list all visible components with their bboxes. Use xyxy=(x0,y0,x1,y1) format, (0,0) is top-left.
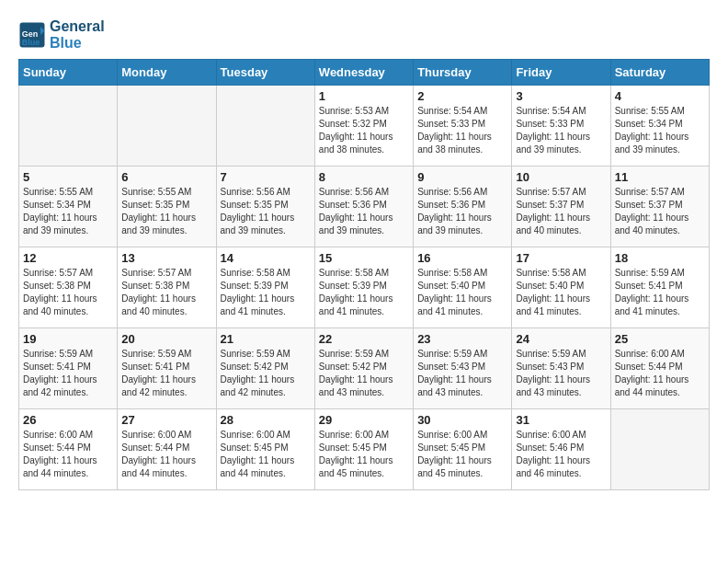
day-number: 17 xyxy=(516,251,606,265)
calendar-cell: 28Sunrise: 6:00 AMSunset: 5:45 PMDayligh… xyxy=(216,409,314,490)
day-number: 6 xyxy=(121,170,211,184)
sunrise-text: Sunrise: 6:00 AM xyxy=(516,429,606,442)
weekday-header-tuesday: Tuesday xyxy=(216,60,314,86)
sunset-text: Sunset: 5:45 PM xyxy=(319,442,409,454)
sunset-text: Sunset: 5:38 PM xyxy=(23,280,113,293)
day-info: Sunrise: 6:00 AMSunset: 5:46 PMDaylight:… xyxy=(516,429,606,480)
sunset-text: Sunset: 5:35 PM xyxy=(121,199,211,212)
day-info: Sunrise: 5:58 AMSunset: 5:39 PMDaylight:… xyxy=(221,267,311,318)
week-row-2: 12Sunrise: 5:57 AMSunset: 5:38 PMDayligh… xyxy=(19,247,710,328)
sunrise-text: Sunrise: 5:57 AM xyxy=(121,267,211,280)
day-number: 10 xyxy=(516,170,606,184)
daylight-text: Daylight: 11 hours and 46 minutes. xyxy=(516,454,606,480)
day-info: Sunrise: 5:53 AMSunset: 5:32 PMDaylight:… xyxy=(319,105,409,156)
day-info: Sunrise: 6:00 AMSunset: 5:44 PMDaylight:… xyxy=(615,348,705,399)
day-number: 18 xyxy=(615,251,705,265)
calendar-cell: 7Sunrise: 5:56 AMSunset: 5:35 PMDaylight… xyxy=(216,167,314,247)
week-row-3: 19Sunrise: 5:59 AMSunset: 5:41 PMDayligh… xyxy=(19,328,710,409)
daylight-text: Daylight: 11 hours and 40 minutes. xyxy=(23,293,113,318)
day-number: 9 xyxy=(417,170,507,184)
day-info: Sunrise: 5:55 AMSunset: 5:34 PMDaylight:… xyxy=(23,186,113,237)
day-number: 11 xyxy=(615,170,705,184)
calendar-cell: 2Sunrise: 5:54 AMSunset: 5:33 PMDaylight… xyxy=(414,86,512,167)
daylight-text: Daylight: 11 hours and 39 minutes. xyxy=(121,212,211,237)
calendar-cell: 31Sunrise: 6:00 AMSunset: 5:46 PMDayligh… xyxy=(512,409,610,490)
svg-text:Blue: Blue xyxy=(22,38,40,47)
day-number: 24 xyxy=(516,332,606,346)
sunset-text: Sunset: 5:41 PM xyxy=(23,361,113,373)
sunrise-text: Sunrise: 5:56 AM xyxy=(221,186,311,199)
calendar-cell: 18Sunrise: 5:59 AMSunset: 5:41 PMDayligh… xyxy=(610,247,709,328)
sunrise-text: Sunrise: 5:55 AM xyxy=(121,186,211,199)
calendar-cell: 5Sunrise: 5:55 AMSunset: 5:34 PMDaylight… xyxy=(19,167,118,247)
daylight-text: Daylight: 11 hours and 40 minutes. xyxy=(121,293,211,318)
daylight-text: Daylight: 11 hours and 39 minutes. xyxy=(516,131,606,156)
sunset-text: Sunset: 5:37 PM xyxy=(615,199,705,212)
sunset-text: Sunset: 5:40 PM xyxy=(516,280,606,293)
daylight-text: Daylight: 11 hours and 40 minutes. xyxy=(516,212,606,237)
calendar-cell xyxy=(19,86,118,167)
day-number: 25 xyxy=(615,332,705,346)
calendar-cell: 13Sunrise: 5:57 AMSunset: 5:38 PMDayligh… xyxy=(118,247,216,328)
day-number: 3 xyxy=(516,89,606,103)
page-header: Gen Blue General Blue xyxy=(18,18,710,52)
calendar-cell: 15Sunrise: 5:58 AMSunset: 5:39 PMDayligh… xyxy=(314,247,413,328)
day-info: Sunrise: 6:00 AMSunset: 5:45 PMDaylight:… xyxy=(319,429,409,480)
day-info: Sunrise: 5:59 AMSunset: 5:41 PMDaylight:… xyxy=(121,348,211,399)
day-number: 16 xyxy=(417,251,507,265)
day-number: 5 xyxy=(23,170,113,184)
daylight-text: Daylight: 11 hours and 43 minutes. xyxy=(417,373,507,399)
sunrise-text: Sunrise: 5:57 AM xyxy=(516,186,606,199)
weekday-header-thursday: Thursday xyxy=(414,60,512,86)
sunset-text: Sunset: 5:45 PM xyxy=(417,442,507,454)
sunrise-text: Sunrise: 5:54 AM xyxy=(516,105,606,118)
sunset-text: Sunset: 5:43 PM xyxy=(417,361,507,373)
calendar-cell xyxy=(216,86,314,167)
sunrise-text: Sunrise: 6:00 AM xyxy=(417,429,507,442)
calendar-cell: 4Sunrise: 5:55 AMSunset: 5:34 PMDaylight… xyxy=(610,86,709,167)
sunset-text: Sunset: 5:34 PM xyxy=(23,199,113,212)
sunrise-text: Sunrise: 5:58 AM xyxy=(516,267,606,280)
daylight-text: Daylight: 11 hours and 40 minutes. xyxy=(615,212,705,237)
sunrise-text: Sunrise: 5:57 AM xyxy=(615,186,705,199)
daylight-text: Daylight: 11 hours and 39 minutes. xyxy=(417,212,507,237)
calendar-cell: 22Sunrise: 5:59 AMSunset: 5:42 PMDayligh… xyxy=(314,328,413,409)
weekday-header-sunday: Sunday xyxy=(19,60,118,86)
sunset-text: Sunset: 5:33 PM xyxy=(516,118,606,131)
sunrise-text: Sunrise: 5:56 AM xyxy=(319,186,409,199)
calendar-cell: 21Sunrise: 5:59 AMSunset: 5:42 PMDayligh… xyxy=(216,328,314,409)
daylight-text: Daylight: 11 hours and 39 minutes. xyxy=(615,131,705,156)
calendar-cell: 1Sunrise: 5:53 AMSunset: 5:32 PMDaylight… xyxy=(314,86,413,167)
daylight-text: Daylight: 11 hours and 44 minutes. xyxy=(615,373,705,399)
calendar-cell: 12Sunrise: 5:57 AMSunset: 5:38 PMDayligh… xyxy=(19,247,118,328)
day-info: Sunrise: 5:54 AMSunset: 5:33 PMDaylight:… xyxy=(417,105,507,156)
day-number: 12 xyxy=(23,251,113,265)
day-number: 30 xyxy=(417,413,507,427)
sunset-text: Sunset: 5:36 PM xyxy=(417,199,507,212)
sunrise-text: Sunrise: 5:59 AM xyxy=(516,348,606,361)
day-info: Sunrise: 6:00 AMSunset: 5:45 PMDaylight:… xyxy=(221,429,311,480)
daylight-text: Daylight: 11 hours and 45 minutes. xyxy=(417,454,507,480)
daylight-text: Daylight: 11 hours and 43 minutes. xyxy=(516,373,606,399)
sunrise-text: Sunrise: 5:53 AM xyxy=(319,105,409,118)
calendar-cell: 23Sunrise: 5:59 AMSunset: 5:43 PMDayligh… xyxy=(414,328,512,409)
sunset-text: Sunset: 5:41 PM xyxy=(615,280,705,293)
daylight-text: Daylight: 11 hours and 44 minutes. xyxy=(23,454,113,480)
sunset-text: Sunset: 5:33 PM xyxy=(417,118,507,131)
daylight-text: Daylight: 11 hours and 43 minutes. xyxy=(319,373,409,399)
day-number: 15 xyxy=(319,251,409,265)
sunset-text: Sunset: 5:45 PM xyxy=(221,442,311,454)
sunrise-text: Sunrise: 5:59 AM xyxy=(121,348,211,361)
calendar-cell: 9Sunrise: 5:56 AMSunset: 5:36 PMDaylight… xyxy=(414,167,512,247)
daylight-text: Daylight: 11 hours and 44 minutes. xyxy=(221,454,311,480)
sunrise-text: Sunrise: 5:55 AM xyxy=(23,186,113,199)
sunrise-text: Sunrise: 5:58 AM xyxy=(319,267,409,280)
sunrise-text: Sunrise: 5:54 AM xyxy=(417,105,507,118)
day-number: 21 xyxy=(221,332,311,346)
calendar-cell: 6Sunrise: 5:55 AMSunset: 5:35 PMDaylight… xyxy=(118,167,216,247)
day-info: Sunrise: 5:59 AMSunset: 5:43 PMDaylight:… xyxy=(417,348,507,399)
sunrise-text: Sunrise: 5:56 AM xyxy=(417,186,507,199)
logo: Gen Blue General Blue xyxy=(18,18,105,52)
calendar-cell: 29Sunrise: 6:00 AMSunset: 5:45 PMDayligh… xyxy=(314,409,413,490)
day-info: Sunrise: 5:57 AMSunset: 5:38 PMDaylight:… xyxy=(23,267,113,318)
